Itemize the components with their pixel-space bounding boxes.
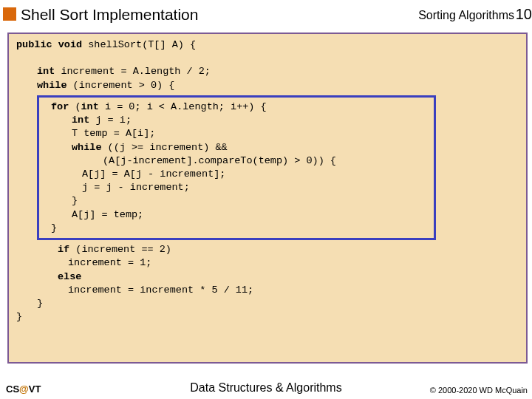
code-text: A[j] = temp;: [51, 208, 428, 222]
keyword: else: [58, 271, 81, 282]
code-text: A[j] = A[j - increment];: [51, 168, 428, 181]
code-text: (A[j-increment].compareTo(temp) > 0)) {: [51, 154, 428, 168]
code-text: (increment > 0) {: [67, 80, 175, 91]
highlighted-code-block: for (int i = 0; i < A.length; i++) { int…: [37, 95, 436, 240]
code-text: j = j - increment;: [51, 181, 428, 194]
code-text: increment = increment * 5 / 11;: [16, 284, 519, 297]
footer-copyright: © 2000-2020 WD McQuain: [430, 386, 528, 395]
code-text: increment = 1;: [16, 256, 519, 270]
category-label: Sorting Algorithms: [418, 9, 514, 22]
footer: CS@VT Data Structures & Algorithms © 200…: [0, 380, 532, 395]
code-text: }: [51, 194, 428, 208]
keyword: int: [37, 66, 55, 77]
keyword: if: [58, 244, 69, 255]
code-text: (increment == 2): [69, 244, 171, 255]
keyword: int: [81, 101, 99, 112]
code-text: increment = A.length / 2;: [55, 66, 211, 77]
keyword: int: [72, 115, 89, 126]
code-text: }: [16, 297, 519, 310]
keyword: public void: [16, 39, 82, 50]
code-text: }: [51, 222, 428, 235]
keyword: for: [51, 101, 69, 112]
code-text: (: [69, 101, 81, 112]
accent-square-icon: [3, 7, 16, 21]
code-text: T temp = A[i];: [51, 127, 428, 140]
code-text: shellSort(T[] A) {: [82, 39, 196, 50]
page-number: 10: [516, 6, 532, 23]
keyword: while: [37, 80, 67, 91]
header: Shell Sort Implementation Sorting Algori…: [0, 4, 532, 25]
code-text: j = i;: [89, 115, 132, 126]
code-block: public void shellSort(T[] A) { int incre…: [7, 33, 528, 364]
code-text: }: [16, 310, 519, 324]
code-text: ((j >= increment) &&: [102, 142, 228, 153]
page-title: Shell Sort Implementation: [21, 6, 198, 24]
code-text: i = 0; i < A.length; i++) {: [99, 101, 267, 112]
keyword: while: [72, 142, 102, 153]
